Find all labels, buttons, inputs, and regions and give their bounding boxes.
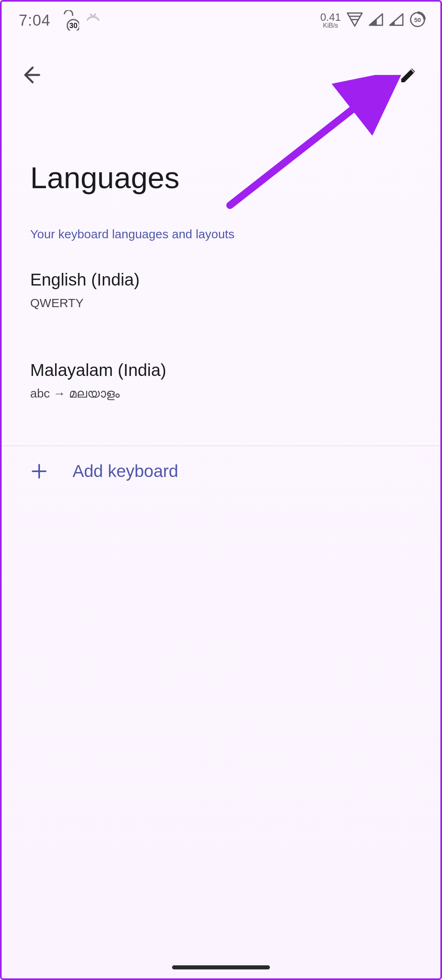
page-title: Languages: [30, 160, 179, 195]
svg-line-12: [230, 87, 381, 205]
lock-badge-count: 30: [69, 22, 77, 30]
wifi-icon: [347, 12, 363, 29]
status-bar-lock-icon: 30: [56, 10, 79, 31]
add-keyboard-label: Add keyboard: [73, 461, 178, 481]
arrow-back-icon: [20, 64, 42, 86]
language-item-english[interactable]: English (India) QWERTY: [2, 260, 440, 334]
navigation-bar-indicator[interactable]: [172, 965, 270, 969]
pencil-icon: [399, 65, 418, 85]
battery-icon: 50: [409, 11, 426, 29]
status-bar-left: 7:04 30: [19, 10, 101, 31]
back-button[interactable]: [18, 62, 44, 88]
plus-icon: [30, 462, 48, 480]
language-name: English (India): [30, 270, 412, 290]
svg-marker-6: [390, 14, 403, 25]
status-bar-right: 0.41 KiB/s: [320, 11, 426, 29]
language-layout: abc → മലയാളം: [30, 387, 412, 401]
edit-button[interactable]: [396, 62, 422, 88]
language-layout: QWERTY: [30, 296, 412, 310]
status-bar-clock: 7:04: [19, 12, 51, 29]
missed-call-icon: [85, 13, 101, 28]
language-list: English (India) QWERTY Malayalam (India)…: [2, 260, 440, 425]
language-name: Malayalam (India): [30, 360, 412, 380]
signal-icon-2: [389, 13, 404, 28]
section-header: Your keyboard languages and layouts: [30, 227, 234, 241]
network-speed-indicator: 0.41 KiB/s: [320, 12, 341, 29]
battery-pct-text: 50: [414, 16, 421, 23]
add-keyboard-button[interactable]: Add keyboard: [2, 449, 440, 494]
status-bar: 7:04 30 0.41 KiB/s: [2, 2, 440, 39]
signal-icon-1: [369, 13, 383, 28]
language-item-malayalam[interactable]: Malayalam (India) abc → മലയാളം: [2, 351, 440, 425]
divider: [2, 446, 440, 446]
app-bar: [2, 51, 440, 99]
